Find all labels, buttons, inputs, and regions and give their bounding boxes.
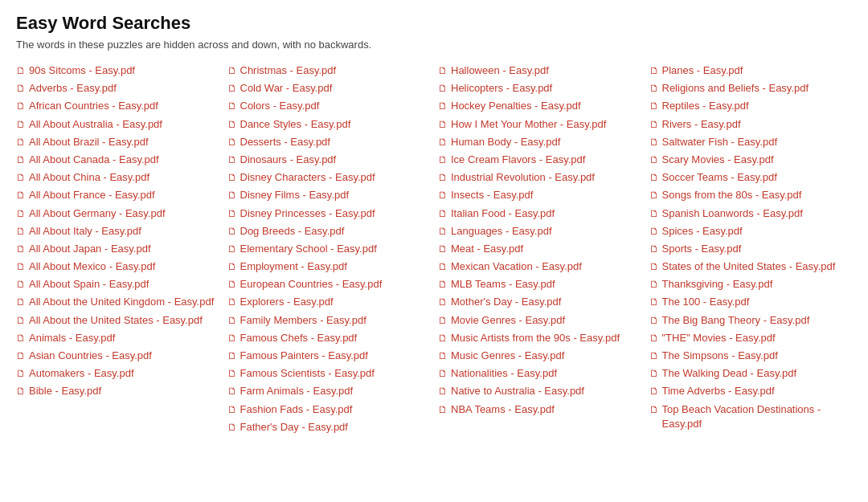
file-link[interactable]: Fashion Fads - Easy.pdf xyxy=(240,402,353,417)
file-link[interactable]: 90s Sitcoms - Easy.pdf xyxy=(29,63,135,78)
file-link[interactable]: Soccer Teams - Easy.pdf xyxy=(662,170,777,185)
file-link[interactable]: Native to Australia - Easy.pdf xyxy=(451,384,584,398)
file-link[interactable]: Animals - Easy.pdf xyxy=(29,331,115,345)
file-link[interactable]: Halloween - Easy.pdf xyxy=(451,63,549,78)
file-link[interactable]: Industrial Revolution - Easy.pdf xyxy=(451,170,595,185)
list-item: 🗋The Walking Dead - Easy.pdf xyxy=(649,366,853,381)
file-link[interactable]: Top Beach Vacation Destinations - Easy.p… xyxy=(662,402,853,431)
file-link[interactable]: "THE" Movies - Easy.pdf xyxy=(662,331,776,345)
file-link[interactable]: Bible - Easy.pdf xyxy=(29,384,101,398)
file-link[interactable]: Movie Genres - Easy.pdf xyxy=(451,313,565,328)
file-link[interactable]: Employment - Easy.pdf xyxy=(240,259,347,274)
list-item: 🗋All About Canada - Easy.pdf xyxy=(16,153,219,167)
file-link[interactable]: Hockey Penalties - Easy.pdf xyxy=(451,99,581,113)
file-link[interactable]: Human Body - Easy.pdf xyxy=(451,135,560,149)
file-link[interactable]: Mexican Vacation - Easy.pdf xyxy=(451,259,582,274)
file-link[interactable]: Thanksgiving - Easy.pdf xyxy=(662,277,773,292)
file-link[interactable]: MLB Teams - Easy.pdf xyxy=(451,277,555,292)
file-link[interactable]: All About the United States - Easy.pdf xyxy=(29,313,203,328)
file-link[interactable]: Disney Characters - Easy.pdf xyxy=(240,170,375,185)
file-link[interactable]: Helicopters - Easy.pdf xyxy=(451,81,552,96)
file-link[interactable]: All About France - Easy.pdf xyxy=(29,188,155,202)
file-link[interactable]: Meat - Easy.pdf xyxy=(451,242,523,256)
file-link[interactable]: The Walking Dead - Easy.pdf xyxy=(662,366,797,381)
file-link[interactable]: NBA Teams - Easy.pdf xyxy=(451,402,555,417)
list-item: 🗋Languages - Easy.pdf xyxy=(438,224,641,239)
file-link[interactable]: African Countries - Easy.pdf xyxy=(29,99,158,113)
file-link[interactable]: All About Japan - Easy.pdf xyxy=(29,242,151,256)
list-item: 🗋Top Beach Vacation Destinations - Easy.… xyxy=(649,402,853,431)
file-link[interactable]: Music Genres - Easy.pdf xyxy=(451,349,564,363)
file-link[interactable]: Famous Painters - Easy.pdf xyxy=(240,349,368,363)
list-item: 🗋All About Germany - Easy.pdf xyxy=(16,206,219,221)
file-link[interactable]: All About Australia - Easy.pdf xyxy=(29,117,162,132)
file-link[interactable]: Music Artists from the 90s - Easy.pdf xyxy=(451,331,620,345)
list-item: 🗋Dance Styles - Easy.pdf xyxy=(227,117,431,132)
file-icon: 🗋 xyxy=(438,171,448,185)
file-link[interactable]: Adverbs - Easy.pdf xyxy=(29,81,117,96)
file-link[interactable]: Sports - Easy.pdf xyxy=(662,242,742,256)
file-link[interactable]: States of the United States - Easy.pdf xyxy=(662,259,836,274)
file-link[interactable]: All About China - Easy.pdf xyxy=(29,170,149,185)
file-link[interactable]: Scary Movies - Easy.pdf xyxy=(662,153,774,167)
file-link[interactable]: All About Mexico - Easy.pdf xyxy=(29,259,155,274)
file-link[interactable]: Spanish Loanwords - Easy.pdf xyxy=(662,206,803,221)
file-link[interactable]: Rivers - Easy.pdf xyxy=(662,117,741,132)
file-link[interactable]: The Simpsons - Easy.pdf xyxy=(662,349,778,363)
file-link[interactable]: Elementary School - Easy.pdf xyxy=(240,242,377,256)
file-icon: 🗋 xyxy=(16,314,26,328)
file-link[interactable]: How I Met Your Mother - Easy.pdf xyxy=(451,117,606,132)
file-link[interactable]: Christmas - Easy.pdf xyxy=(240,63,337,78)
file-link[interactable]: Disney Films - Easy.pdf xyxy=(240,188,350,202)
list-item: 🗋Mother's Day - Easy.pdf xyxy=(438,295,641,309)
file-link[interactable]: Religions and Beliefs - Easy.pdf xyxy=(662,81,809,96)
file-link[interactable]: Italian Food - Easy.pdf xyxy=(451,206,555,221)
file-icon: 🗋 xyxy=(16,260,26,274)
file-icon: 🗋 xyxy=(227,243,237,256)
file-link[interactable]: Colors - Easy.pdf xyxy=(240,99,320,113)
file-link[interactable]: All About Italy - Easy.pdf xyxy=(29,224,141,239)
file-link[interactable]: All About the United Kingdom - Easy.pdf xyxy=(29,295,214,309)
file-link[interactable]: Saltwater Fish - Easy.pdf xyxy=(662,135,778,149)
file-link[interactable]: Famous Chefs - Easy.pdf xyxy=(240,331,358,345)
file-link[interactable]: Famous Scientists - Easy.pdf xyxy=(240,366,375,381)
list-item: 🗋Sports - Easy.pdf xyxy=(649,242,853,256)
file-link[interactable]: Desserts - Easy.pdf xyxy=(240,135,330,149)
file-link[interactable]: All About Brazil - Easy.pdf xyxy=(29,135,149,149)
file-link[interactable]: Dance Styles - Easy.pdf xyxy=(240,117,351,132)
file-link[interactable]: Songs from the 80s - Easy.pdf xyxy=(662,188,802,202)
file-link[interactable]: Mother's Day - Easy.pdf xyxy=(451,295,561,309)
file-link[interactable]: Dog Breeds - Easy.pdf xyxy=(240,224,345,239)
file-link[interactable]: All About Spain - Easy.pdf xyxy=(29,277,149,292)
list-item: 🗋States of the United States - Easy.pdf xyxy=(649,259,853,274)
file-icon: 🗋 xyxy=(16,367,26,381)
file-link[interactable]: Asian Countries - Easy.pdf xyxy=(29,349,152,363)
file-icon: 🗋 xyxy=(438,118,448,132)
file-link[interactable]: Explorers - Easy.pdf xyxy=(240,295,334,309)
file-link[interactable]: Father's Day - Easy.pdf xyxy=(240,420,348,435)
list-item: 🗋Disney Characters - Easy.pdf xyxy=(227,170,431,185)
file-icon: 🗋 xyxy=(438,260,448,274)
file-link[interactable]: Languages - Easy.pdf xyxy=(451,224,552,239)
file-link[interactable]: Spices - Easy.pdf xyxy=(662,224,743,239)
list-item: 🗋Animals - Easy.pdf xyxy=(16,331,219,345)
file-link[interactable]: All About Canada - Easy.pdf xyxy=(29,153,159,167)
file-link[interactable]: All About Germany - Easy.pdf xyxy=(29,206,166,221)
file-link[interactable]: Dinosaurs - Easy.pdf xyxy=(240,153,337,167)
file-link[interactable]: The Big Bang Theory - Easy.pdf xyxy=(662,313,810,328)
file-link[interactable]: Time Adverbs - Easy.pdf xyxy=(662,384,775,398)
file-link[interactable]: Nationalities - Easy.pdf xyxy=(451,366,557,381)
file-link[interactable]: Ice Cream Flavors - Easy.pdf xyxy=(451,153,585,167)
file-link[interactable]: Farm Animals - Easy.pdf xyxy=(240,384,354,398)
file-link[interactable]: Family Members - Easy.pdf xyxy=(240,313,366,328)
file-link[interactable]: Insects - Easy.pdf xyxy=(451,188,533,202)
file-icon: 🗋 xyxy=(649,136,659,149)
file-link[interactable]: Planes - Easy.pdf xyxy=(662,63,743,78)
file-link[interactable]: Automakers - Easy.pdf xyxy=(29,366,134,381)
file-link[interactable]: The 100 - Easy.pdf xyxy=(662,295,750,309)
file-link[interactable]: European Countries - Easy.pdf xyxy=(240,277,383,292)
file-link[interactable]: Cold War - Easy.pdf xyxy=(240,81,333,96)
file-icon: 🗋 xyxy=(649,296,659,309)
file-link[interactable]: Reptiles - Easy.pdf xyxy=(662,99,749,113)
file-link[interactable]: Disney Princesses - Easy.pdf xyxy=(240,206,375,221)
